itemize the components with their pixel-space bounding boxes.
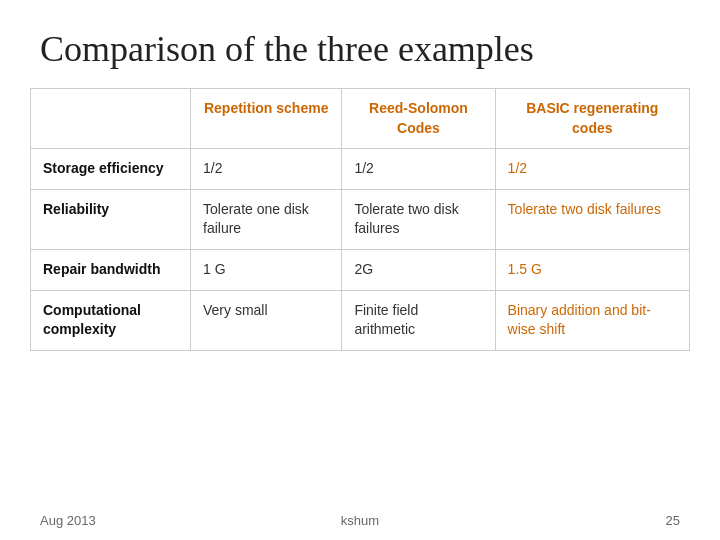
row-complexity-col1: Very small: [191, 290, 342, 350]
table-row: Computational complexity Very small Fini…: [31, 290, 690, 350]
comparison-table-container: Repetition scheme Reed-Solomon Codes BAS…: [0, 88, 720, 351]
row-reliability-col1: Tolerate one disk failure: [191, 189, 342, 249]
row-complexity-col3: Binary addition and bit-wise shift: [495, 290, 689, 350]
header-repetition: Repetition scheme: [191, 89, 342, 149]
footer-left: Aug 2013: [40, 513, 96, 528]
footer-center: kshum: [341, 513, 379, 528]
row-reliability-col3: Tolerate two disk failures: [495, 189, 689, 249]
row-repair-col3: 1.5 G: [495, 249, 689, 290]
row-reliability-col2: Tolerate two disk failures: [342, 189, 495, 249]
header-empty: [31, 89, 191, 149]
row-complexity-col2: Finite field arithmetic: [342, 290, 495, 350]
footer-center-text: kshum: [341, 513, 379, 528]
table-header-row: Repetition scheme Reed-Solomon Codes BAS…: [31, 89, 690, 149]
comparison-table: Repetition scheme Reed-Solomon Codes BAS…: [30, 88, 690, 351]
row-label-complexity: Computational complexity: [31, 290, 191, 350]
footer-right: 25: [666, 513, 680, 528]
row-repair-col2: 2G: [342, 249, 495, 290]
row-storage-col1: 1/2: [191, 149, 342, 190]
row-label-repair: Repair bandwidth: [31, 249, 191, 290]
row-label-reliability: Reliability: [31, 189, 191, 249]
header-reed-solomon: Reed-Solomon Codes: [342, 89, 495, 149]
row-repair-col1: 1 G: [191, 249, 342, 290]
header-basic: BASIC regenerating codes: [495, 89, 689, 149]
row-label-storage: Storage efficiency: [31, 149, 191, 190]
row-storage-col2: 1/2: [342, 149, 495, 190]
row-storage-col3: 1/2: [495, 149, 689, 190]
table-row: Repair bandwidth 1 G 2G 1.5 G: [31, 249, 690, 290]
table-row: Reliability Tolerate one disk failure To…: [31, 189, 690, 249]
page-title: Comparison of the three examples: [0, 0, 720, 88]
table-row: Storage efficiency 1/2 1/2 1/2: [31, 149, 690, 190]
